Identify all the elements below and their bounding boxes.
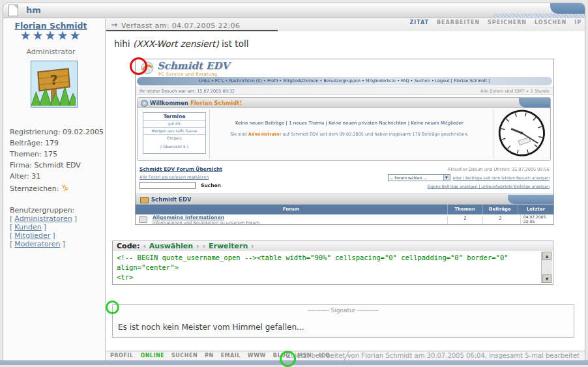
arrow-right-icon: → (111, 20, 117, 29)
zodiac-label: Sternzeichen: (10, 184, 59, 193)
bracket: [ (10, 240, 12, 248)
post-text-prefix: hihi (114, 38, 133, 49)
bracket: ] (63, 240, 65, 248)
bracket: [ (10, 214, 12, 223)
forum-row-beitraege: 2 (482, 216, 518, 225)
column-themen: Themen (447, 205, 482, 214)
header-hatch-decor (493, 14, 585, 18)
capricorn-icon: ♑ (61, 183, 69, 193)
scroll-up-button[interactable]: ▲ (542, 252, 551, 260)
online-status: ONLINE (140, 351, 164, 360)
forum-row-title: Allgemeine Informationen (153, 214, 224, 220)
chevron-close: › (251, 242, 254, 250)
profile-topics: Themen: 175 (10, 150, 57, 158)
clock-image (490, 101, 554, 168)
group-kunden-link[interactable]: Kunden (14, 223, 41, 231)
scroll-down-button[interactable]: ▼ (542, 274, 551, 283)
profile-company: Firma: Schmidt EDV (10, 161, 81, 169)
bracket: ] (74, 214, 77, 223)
green-circle-annotation (106, 301, 119, 314)
admin-role: Administrator (248, 132, 282, 137)
bracket: ] (44, 223, 46, 231)
profile-zodiac: Sternzeichen: ♑ (10, 183, 69, 193)
quote-button[interactable]: ZITAT (409, 20, 429, 25)
post-actions: ZITAT BEARBEITEN SPEICHERN LOSCHEN IP (409, 20, 581, 25)
user-rank: Administrator (0, 48, 102, 56)
post-text-suffix: ist toll (219, 38, 249, 49)
pn-link[interactable]: PN (205, 351, 214, 360)
group-moderatoren-link[interactable]: Moderatoren (14, 240, 60, 248)
termine-overview-link: [ Übersicht 5 ] (143, 144, 205, 149)
site-title: Schmidt EDV (157, 60, 229, 72)
since-visit-link: oder | Beiträge seit dem letzten Besuch … (453, 175, 550, 180)
column-forum: Forum (136, 205, 447, 214)
usergroups-label: Benutzergruppen: (10, 206, 74, 214)
edit-button[interactable]: BEARBEITEN (437, 20, 480, 25)
www-link[interactable]: WWW (248, 351, 266, 360)
header-corner-decor (550, 3, 585, 14)
post-date: Verfasst am: 04.07.2005 22:06 (121, 22, 240, 30)
topic-title: hm (26, 5, 41, 15)
termine-box: Termine Juli 05 Morgen aus ralfs Sause E… (143, 112, 206, 154)
forum-search-input (140, 182, 196, 189)
welcome-header: Willkommen Florian Schmidt! (138, 98, 550, 108)
admin-status-line: Sie sind Administrator auf Schmidt EDV s… (211, 132, 488, 137)
forum-table-row: Allgemeine Informationen Informationen u… (136, 214, 553, 224)
dropdown-arrow-icon: ▼ (443, 175, 450, 181)
usergroup-row: [Mitglieder] (10, 231, 55, 240)
edited-note: Zuletzt bearbeitet von Florian Schmidt a… (286, 351, 580, 360)
code-select-link[interactable]: Auswählen (149, 242, 193, 250)
avatar-image: ? (31, 61, 78, 108)
termine-item: Morgen aus ralfs Sause (143, 127, 205, 134)
code-label: Code: (117, 242, 140, 250)
save-button[interactable]: SPEICHERN (488, 20, 527, 25)
code-expand-link[interactable]: Erweitern (209, 242, 248, 250)
usergroup-row: [Kunden] (10, 223, 46, 231)
avatar-question-mark: ? (50, 72, 58, 89)
admin-line-prefix: Sie sind (230, 132, 248, 137)
termine-title: Termine (143, 113, 205, 120)
code-scrollbar[interactable]: ▲ ▼ (541, 252, 552, 283)
forum-select-row: ... Forum wählen ... ▼ oder | Beiträge s… (388, 174, 550, 181)
signature-box: ---------- Signatur ---------- Es ist no… (112, 304, 574, 338)
embedded-screenshot-content: Schmidt EDV PC Service und Beratung Link… (136, 59, 553, 224)
ip-button[interactable]: IP (574, 20, 581, 25)
document-icon (8, 5, 18, 16)
chevron-open: ‹ (143, 242, 145, 250)
code-block-body[interactable]: <!-- BEGIN quote_username_open --><table… (112, 251, 553, 285)
current-datetime: Aktuelles Datum und Uhrzeit: 15.07.2005 … (448, 167, 550, 172)
chevron-close: › (196, 242, 199, 250)
profile-registration: Registrierung: 09.02.2005 (10, 128, 104, 136)
forum-row-themen: 2 (447, 216, 482, 225)
signature-text: Es ist noch kein Meister vom Himmel gefa… (118, 323, 304, 332)
email-link[interactable]: EMAIL (221, 351, 241, 360)
chevron-open: ‹ (203, 242, 205, 250)
suchen-link[interactable]: SUCHEN (171, 351, 198, 360)
site-visit-row: Ihr letzter Besuch war am: 15.07.2005 09… (136, 87, 553, 95)
forum-row-last-post: 04.07.2005 22:05 Florian Schmidt (520, 214, 553, 224)
welcome-username: Florian Schmidt! (190, 100, 242, 106)
post-body-text: hihi (XXX-Wort zensiert) ist toll (114, 38, 248, 49)
group-mitglieder-link[interactable]: Mitglieder (14, 231, 50, 240)
termine-item: Ehrgeiz (143, 134, 205, 141)
profil-link[interactable]: PROFIL (110, 351, 133, 360)
admin-line-suffix: auf Schmidt EDV seit dem 09.02.2005 und … (282, 132, 469, 137)
forum-overview-title: Schmidt EDV Forum Übersicht (140, 166, 222, 172)
welcome-label: Willkommen (150, 100, 188, 106)
delete-button[interactable]: LOSCHEN (535, 20, 566, 25)
mark-read-link: Alle Foren als gelesen markieren (140, 175, 209, 180)
forum-search-button: Suchen (201, 183, 221, 188)
folder-icon (140, 197, 149, 203)
usergroup-row: [Moderatoren] (10, 240, 65, 248)
forum-select-value: ... Forum wählen ... (389, 175, 443, 180)
panel-divider (209, 110, 210, 159)
code-block-header: Code: ‹ Auswählen › ‹ Erweitern › (112, 241, 553, 252)
bracket: ] (52, 231, 55, 240)
category-bar: Schmidt EDV (136, 194, 553, 205)
post-header-underline (106, 30, 278, 31)
group-administratoren-link[interactable]: Administratoren (14, 214, 72, 223)
bracket: [ (10, 223, 12, 231)
site-nav-bar: Links • PC's • Nachrichten (0) • Profil … (137, 77, 552, 85)
category-corner-decor (508, 195, 553, 204)
timezone-text: Alle Zeiten sind GMT + 1 Stunde (480, 87, 550, 95)
